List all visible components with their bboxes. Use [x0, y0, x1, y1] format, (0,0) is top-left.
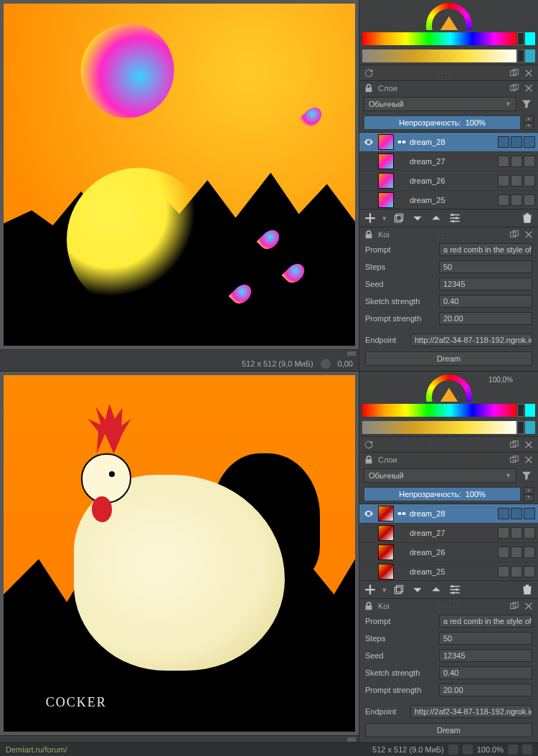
- visibility-icon[interactable]: [362, 136, 375, 148]
- prompt-input[interactable]: a red comb in the style of durer: [439, 615, 532, 628]
- link-icon[interactable]: [397, 176, 407, 186]
- layer-alpha-icon[interactable]: [511, 194, 522, 206]
- layer-alpha-icon[interactable]: [511, 156, 522, 167]
- endpoint-input[interactable]: http://2af2-34-87-118-192.ngrok.io/api/: [410, 705, 532, 718]
- move-up-icon[interactable]: [430, 212, 443, 225]
- delete-layer-icon[interactable]: [521, 212, 534, 225]
- opacity-spinner[interactable]: ▲▼: [524, 115, 534, 130]
- duplicate-layer-icon[interactable]: [392, 583, 405, 596]
- blend-mode-select[interactable]: Обычный ▼: [364, 468, 516, 483]
- horizontal-scrollbar[interactable]: [0, 349, 359, 356]
- layer-name[interactable]: dream_25: [410, 567, 495, 576]
- layer-lock-icon[interactable]: [498, 194, 509, 206]
- seed-input[interactable]: 12345: [439, 649, 532, 662]
- hue-strip[interactable]: [362, 32, 516, 45]
- layer-more-icon[interactable]: [524, 508, 535, 519]
- sat-strip[interactable]: [362, 49, 516, 62]
- footer-icon[interactable]: [448, 745, 458, 755]
- steps-input[interactable]: 50: [439, 260, 532, 273]
- filter-button[interactable]: [519, 468, 534, 483]
- layer-more-icon[interactable]: [524, 136, 535, 148]
- layer-more-icon[interactable]: [524, 194, 535, 206]
- refresh-icon[interactable]: [364, 440, 374, 450]
- opacity-spinner[interactable]: ▲▼: [524, 487, 534, 501]
- color-triangle[interactable]: [439, 16, 459, 30]
- color-ring[interactable]: [426, 374, 472, 402]
- slider-handle[interactable]: [517, 32, 524, 45]
- lock-icon[interactable]: [364, 455, 374, 465]
- layer-name[interactable]: dream_28: [410, 138, 495, 146]
- layer-lock-icon[interactable]: [498, 547, 509, 558]
- layer-name[interactable]: dream_27: [410, 157, 495, 166]
- prompt-input[interactable]: a red comb in the style of durer: [439, 243, 532, 256]
- lock-icon[interactable]: [364, 230, 374, 240]
- hue-strip[interactable]: [362, 404, 516, 417]
- color-ring[interactable]: [426, 3, 472, 30]
- color-sliders[interactable]: [359, 402, 538, 419]
- float-icon[interactable]: [509, 440, 519, 450]
- close-icon[interactable]: [524, 68, 534, 78]
- link-icon[interactable]: [397, 547, 407, 557]
- add-layer-icon[interactable]: [364, 212, 377, 225]
- layer-more-icon[interactable]: [524, 156, 535, 167]
- prompt-strength-input[interactable]: 20.00: [439, 312, 532, 325]
- visibility-icon[interactable]: [362, 565, 375, 578]
- properties-icon[interactable]: [448, 583, 461, 596]
- footer-icon[interactable]: [463, 745, 473, 755]
- properties-icon[interactable]: [448, 212, 461, 225]
- layer-alpha-icon[interactable]: [511, 566, 522, 577]
- chevron-down-icon[interactable]: ▾: [382, 585, 387, 595]
- float-icon[interactable]: [509, 230, 519, 240]
- refresh-icon[interactable]: [364, 68, 374, 78]
- canvas-viewport[interactable]: COCKER: [0, 372, 359, 735]
- layer-more-icon[interactable]: [524, 175, 535, 186]
- layer-row[interactable]: dream_28: [359, 133, 538, 152]
- layer-alpha-icon[interactable]: [511, 508, 522, 519]
- layer-row[interactable]: dream_26: [359, 171, 538, 191]
- add-layer-icon[interactable]: [364, 583, 377, 596]
- color-sliders-2[interactable]: [359, 47, 538, 65]
- color-sliders-2[interactable]: [359, 419, 538, 436]
- endpoint-input[interactable]: http://2af2-34-87-118-192.ngrok.io/api/: [410, 334, 532, 346]
- filter-button[interactable]: [519, 97, 534, 111]
- float-icon[interactable]: [509, 455, 519, 465]
- prompt-strength-input[interactable]: 20.00: [439, 684, 532, 696]
- layer-alpha-icon[interactable]: [511, 547, 522, 558]
- close-icon[interactable]: [524, 83, 534, 93]
- seed-input[interactable]: 12345: [439, 278, 532, 290]
- layer-name[interactable]: dream_27: [410, 529, 495, 537]
- layer-lock-icon[interactable]: [498, 566, 509, 577]
- layer-lock-icon[interactable]: [498, 175, 509, 186]
- layer-name[interactable]: dream_25: [410, 196, 495, 204]
- move-down-icon[interactable]: [411, 583, 424, 596]
- float-icon[interactable]: [509, 601, 519, 611]
- visibility-icon[interactable]: [362, 174, 375, 187]
- layer-row[interactable]: dream_25: [359, 191, 538, 209]
- layer-name[interactable]: dream_28: [410, 509, 495, 518]
- chevron-down-icon[interactable]: ▾: [382, 214, 387, 223]
- link-icon[interactable]: [397, 528, 407, 538]
- lock-icon[interactable]: [364, 601, 374, 611]
- docker-grip[interactable]: ······: [378, 69, 505, 77]
- layer-row[interactable]: dream_27: [359, 152, 538, 171]
- layer-name[interactable]: dream_26: [410, 176, 495, 185]
- layer-name[interactable]: dream_26: [410, 548, 495, 557]
- link-icon[interactable]: [397, 567, 407, 577]
- dream-button[interactable]: Dream: [365, 723, 532, 737]
- color-picker[interactable]: [359, 0, 538, 30]
- visibility-icon[interactable]: [362, 194, 375, 207]
- horizontal-scrollbar[interactable]: [0, 735, 359, 742]
- toggle-icon[interactable]: [321, 359, 331, 369]
- visibility-icon[interactable]: [362, 155, 375, 168]
- layer-more-icon[interactable]: [524, 566, 535, 577]
- delete-layer-icon[interactable]: [521, 583, 534, 596]
- opacity-slider[interactable]: Непрозрачность: 100%: [364, 115, 521, 130]
- link-icon[interactable]: [397, 156, 407, 166]
- layer-lock-icon[interactable]: [498, 508, 509, 519]
- close-icon[interactable]: [524, 230, 534, 240]
- visibility-icon[interactable]: [362, 507, 375, 520]
- link-icon[interactable]: [397, 137, 407, 147]
- footer-icon[interactable]: [522, 745, 532, 755]
- layer-alpha-icon[interactable]: [511, 175, 522, 186]
- layer-row[interactable]: dream_25: [359, 562, 538, 581]
